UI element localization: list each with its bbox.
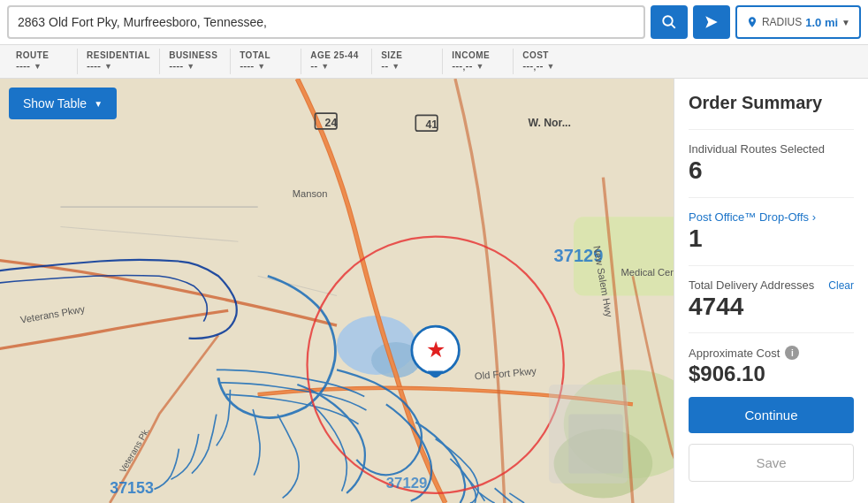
- svg-text:37129: 37129: [386, 475, 428, 492]
- approx-cost-value: $906.10: [689, 362, 854, 386]
- filter-total-label: TOTAL: [240, 50, 270, 60]
- individual-routes-section: Individual Routes Selected 6: [689, 142, 854, 185]
- filter-residential[interactable]: RESIDENTIAL ---- ▼: [78, 49, 160, 74]
- svg-rect-29: [568, 415, 622, 474]
- filter-route-label: ROUTE: [16, 50, 49, 60]
- filter-income-label: INCOME: [452, 50, 490, 60]
- filter-business[interactable]: BUSINESS ---- ▼: [160, 49, 231, 74]
- individual-routes-value: 6: [689, 157, 854, 185]
- svg-text:24: 24: [325, 117, 338, 129]
- filter-cost[interactable]: COST ---,-- ▼: [514, 49, 584, 74]
- svg-line-1: [672, 25, 675, 28]
- search-icon: [661, 14, 677, 30]
- svg-text:41: 41: [425, 118, 438, 131]
- post-office-link[interactable]: Post Office™ Drop-Offs ›: [689, 210, 854, 224]
- filter-total-value: ---- ▼: [240, 60, 265, 72]
- clear-link[interactable]: Clear: [828, 279, 854, 292]
- filter-cost-value: ---,-- ▼: [522, 60, 554, 72]
- post-office-section: Post Office™ Drop-Offs › 1: [689, 210, 854, 253]
- map-svg: ★ 37129 37153 37129 Old Fort Pkwy New Sa…: [0, 79, 674, 503]
- filter-size[interactable]: SIZE -- ▼: [372, 49, 443, 74]
- svg-text:Manson: Manson: [293, 188, 328, 199]
- filter-income-value: ---,-- ▼: [452, 60, 483, 72]
- address-input[interactable]: [7, 5, 645, 39]
- filter-cost-label: COST: [522, 50, 549, 60]
- continue-button[interactable]: Continue: [689, 397, 854, 433]
- radius-arrow-icon: ▼: [841, 18, 850, 27]
- total-delivery-value: 4744: [689, 293, 854, 321]
- filter-age[interactable]: AGE 25-44 -- ▼: [301, 49, 372, 74]
- show-table-label: Show Table: [23, 96, 87, 111]
- save-button[interactable]: Save: [689, 444, 854, 482]
- divider-4: [689, 332, 854, 333]
- show-table-button[interactable]: Show Table ▼: [9, 88, 117, 119]
- divider-2: [689, 197, 854, 198]
- divider-3: [689, 265, 854, 266]
- svg-text:37153: 37153: [110, 479, 154, 497]
- filter-route[interactable]: ROUTE ---- ▼: [7, 49, 78, 74]
- locate-icon: [704, 14, 720, 30]
- post-office-value: 1: [689, 225, 854, 253]
- filter-route-value: ---- ▼: [16, 60, 42, 72]
- filter-bar: ROUTE ---- ▼ RESIDENTIAL ---- ▼ BUSINESS…: [0, 45, 868, 79]
- total-delivery-section: Total Delivery Addresses Clear 4744: [689, 278, 854, 321]
- search-button[interactable]: [651, 5, 688, 39]
- pin-icon: [746, 16, 758, 28]
- filter-age-label: AGE 25-44: [310, 50, 359, 60]
- svg-text:★: ★: [426, 338, 445, 362]
- filter-total[interactable]: TOTAL ---- ▼: [231, 49, 301, 74]
- filter-business-label: BUSINESS: [169, 50, 217, 60]
- main-content: Show Table ▼: [0, 79, 868, 503]
- show-table-arrow-icon: ▼: [94, 99, 103, 109]
- info-icon[interactable]: i: [785, 346, 799, 360]
- total-delivery-row: Total Delivery Addresses Clear: [689, 278, 854, 292]
- filter-size-label: SIZE: [381, 50, 402, 60]
- map-area[interactable]: Show Table ▼: [0, 79, 674, 503]
- divider-1: [689, 129, 854, 130]
- individual-routes-label: Individual Routes Selected: [689, 142, 854, 156]
- top-bar: RADIUS 1.0 mi ▼: [0, 0, 868, 45]
- total-delivery-label: Total Delivery Addresses: [689, 278, 814, 292]
- radius-label: RADIUS: [762, 16, 802, 28]
- svg-point-0: [663, 16, 673, 26]
- filter-residential-value: ---- ▼: [87, 60, 112, 72]
- svg-marker-2: [705, 16, 718, 28]
- map-background: Show Table ▼: [0, 79, 674, 503]
- filter-income[interactable]: INCOME ---,-- ▼: [443, 49, 514, 74]
- filter-size-value: -- ▼: [381, 60, 400, 72]
- locate-button[interactable]: [693, 5, 730, 39]
- filter-business-value: ---- ▼: [169, 60, 194, 72]
- order-summary-panel: Order Summary Individual Routes Selected…: [674, 79, 868, 503]
- radius-button[interactable]: RADIUS 1.0 mi ▼: [735, 5, 861, 39]
- radius-value: 1.0 mi: [805, 16, 838, 29]
- order-summary-title: Order Summary: [689, 93, 854, 113]
- svg-text:W. Nor...: W. Nor...: [529, 117, 571, 129]
- filter-residential-label: RESIDENTIAL: [87, 50, 150, 60]
- svg-text:Medical Cente...: Medical Cente...: [621, 267, 674, 278]
- approx-cost-label: Approximate Cost: [689, 347, 780, 360]
- approx-cost-section: Approximate Cost i $906.10: [689, 346, 854, 386]
- filter-age-value: -- ▼: [310, 60, 329, 72]
- approx-cost-row: Approximate Cost i: [689, 346, 854, 360]
